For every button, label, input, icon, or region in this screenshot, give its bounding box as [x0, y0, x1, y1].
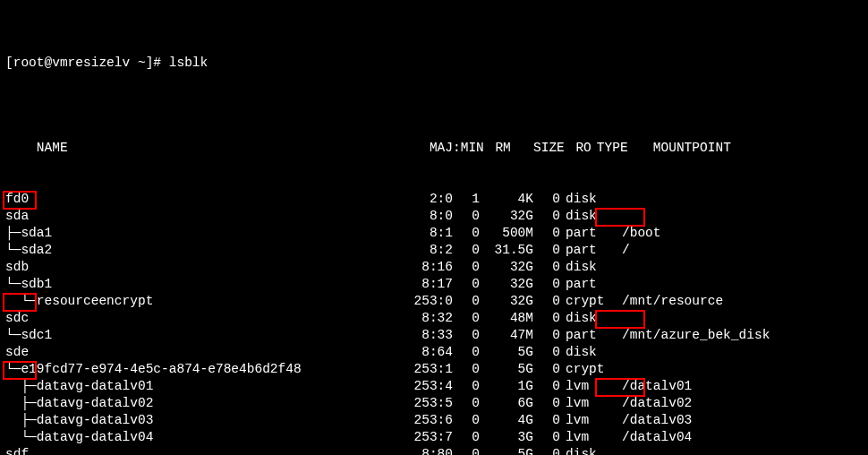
output-row: ├─sda18:10500M0part/boot	[5, 225, 863, 242]
device-name: └─resourceencrypt	[5, 293, 390, 310]
ro: 0	[533, 225, 560, 242]
ro: 0	[533, 293, 560, 310]
majmin: 8:16	[390, 259, 453, 276]
type: part	[560, 225, 615, 242]
device-name: └─sda2	[5, 242, 390, 259]
majmin: 8:32	[390, 310, 453, 327]
col-majmin: MAJ:MIN	[421, 140, 484, 157]
size: 31.5G	[480, 242, 533, 259]
rm: 0	[453, 395, 480, 412]
rm: 1	[453, 191, 480, 208]
rm: 0	[453, 446, 480, 455]
mountpoint: /boot	[615, 225, 661, 242]
majmin: 8:80	[390, 446, 453, 455]
output-row: sdb8:16032G0disk	[5, 259, 863, 276]
type: disk	[560, 191, 615, 208]
size: 4G	[480, 412, 533, 429]
majmin: 2:0	[390, 191, 453, 208]
device-name: └─e19fcd77-e974-4e5c-a874-e78e4b6d2f48	[5, 361, 390, 378]
type: disk	[560, 344, 615, 361]
device-name: sda	[5, 208, 390, 225]
rm: 0	[453, 225, 480, 242]
device-name: └─datavg-datalv04	[5, 429, 390, 446]
size: 32G	[480, 276, 533, 293]
rm: 0	[453, 293, 480, 310]
type: lvm	[560, 395, 615, 412]
col-ro: RO	[565, 140, 591, 157]
mountpoint: /mnt/resource	[615, 293, 723, 310]
rm: 0	[453, 208, 480, 225]
type: disk	[560, 208, 615, 225]
ro: 0	[533, 310, 560, 327]
output-row: sda8:0032G0disk	[5, 208, 863, 225]
output-row: fd02:014K0disk	[5, 191, 863, 208]
device-name: sdb	[5, 259, 390, 276]
size: 6G	[480, 395, 533, 412]
device-name: ├─sda1	[5, 225, 390, 242]
ro: 0	[533, 208, 560, 225]
rm: 0	[453, 361, 480, 378]
type: lvm	[560, 412, 615, 429]
terminal[interactable]: [root@vmresizelv ~]# lsblk NAMEMAJ:MINRM…	[0, 0, 868, 455]
ro: 0	[533, 191, 560, 208]
output-row: └─datavg-datalv04253:703G0lvm/datalv04	[5, 429, 863, 446]
device-name: sde	[5, 344, 390, 361]
type: crypt	[560, 361, 615, 378]
device-name: └─sdb1	[5, 276, 390, 293]
output-row: ├─datavg-datalv01253:401G0lvm/datalv01	[5, 378, 863, 395]
ro: 0	[533, 344, 560, 361]
prompt-line: [root@vmresizelv ~]# lsblk	[5, 55, 863, 72]
rm: 0	[453, 344, 480, 361]
majmin: 253:4	[390, 378, 453, 395]
col-rm: RM	[484, 140, 511, 157]
rm: 0	[453, 412, 480, 429]
majmin: 8:2	[390, 242, 453, 259]
size: 3G	[480, 429, 533, 446]
output-row: sdc8:32048M0disk	[5, 310, 863, 327]
output-row: └─e19fcd77-e974-4e5c-a874-e78e4b6d2f4825…	[5, 361, 863, 378]
ro: 0	[533, 327, 560, 344]
majmin: 8:33	[390, 327, 453, 344]
mountpoint: /datalv04	[615, 429, 692, 446]
size: 32G	[480, 208, 533, 225]
type: lvm	[560, 378, 615, 395]
device-name: sdf	[5, 446, 390, 455]
majmin: 8:0	[390, 208, 453, 225]
mountpoint: /	[615, 242, 630, 259]
majmin: 8:64	[390, 344, 453, 361]
size: 500M	[480, 225, 533, 242]
size: 32G	[480, 293, 533, 310]
size: 5G	[480, 361, 533, 378]
output-row: └─sdb18:17032G0part	[5, 276, 863, 293]
device-name: sdc	[5, 310, 390, 327]
type: lvm	[560, 429, 615, 446]
type: disk	[560, 446, 615, 455]
device-name: ├─datavg-datalv03	[5, 412, 390, 429]
size: 47M	[480, 327, 533, 344]
mountpoint: /datalv02	[615, 395, 692, 412]
output-row: └─resourceencrypt253:0032G0crypt/mnt/res…	[5, 293, 863, 310]
ro: 0	[533, 429, 560, 446]
size: 5G	[480, 446, 533, 455]
type: disk	[560, 310, 615, 327]
size: 4K	[480, 191, 533, 208]
rm: 0	[453, 327, 480, 344]
ro: 0	[533, 395, 560, 412]
ro: 0	[533, 378, 560, 395]
col-type: TYPE	[591, 140, 646, 157]
rm: 0	[453, 378, 480, 395]
size: 32G	[480, 259, 533, 276]
size: 1G	[480, 378, 533, 395]
rm: 0	[453, 242, 480, 259]
type: crypt	[560, 293, 615, 310]
col-mount: MOUNTPOINT	[646, 140, 731, 157]
output-row: sdf8:8005G0disk	[5, 446, 863, 455]
mountpoint: /mnt/azure_bek_disk	[615, 327, 770, 344]
device-name: fd0	[5, 191, 390, 208]
ro: 0	[533, 259, 560, 276]
device-name: ├─datavg-datalv01	[5, 378, 390, 395]
majmin: 8:1	[390, 225, 453, 242]
size: 5G	[480, 344, 533, 361]
type: part	[560, 276, 615, 293]
rm: 0	[453, 429, 480, 446]
